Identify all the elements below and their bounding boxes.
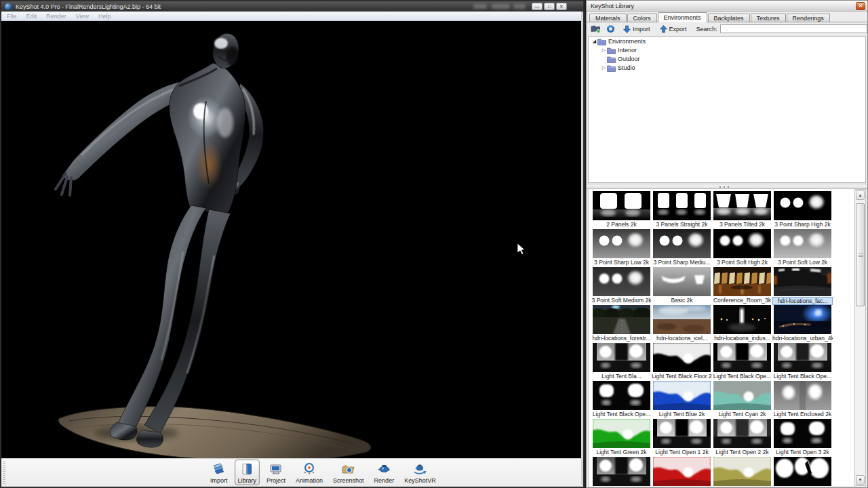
render-viewport[interactable] bbox=[1, 21, 581, 458]
environment-thumbnail[interactable]: 2 Panels 2k bbox=[591, 191, 652, 228]
export-arrow-icon[interactable] bbox=[660, 25, 667, 33]
environment-preview-image[interactable] bbox=[774, 305, 831, 334]
environment-preview-image[interactable] bbox=[713, 267, 771, 296]
tab-environments[interactable]: Environments bbox=[658, 12, 707, 22]
environment-preview-image[interactable] bbox=[774, 267, 831, 296]
import-arrow-icon[interactable] bbox=[623, 25, 631, 33]
minimize-button[interactable]: — bbox=[532, 3, 542, 10]
menu-render[interactable]: Render bbox=[46, 13, 66, 20]
dock-button-library[interactable]: Library bbox=[235, 460, 260, 485]
toolbar-grip[interactable] bbox=[3, 461, 5, 485]
environment-preview-image[interactable] bbox=[593, 419, 650, 448]
environment-thumbnail[interactable]: Light Tent Open 2 2k bbox=[712, 419, 772, 455]
environment-preview-image[interactable] bbox=[713, 381, 771, 410]
refresh-icon[interactable] bbox=[606, 24, 615, 33]
environment-thumbnail[interactable]: hdri-locations_forestr... bbox=[591, 305, 652, 342]
environment-preview-image[interactable] bbox=[593, 267, 650, 296]
dock-button-import[interactable]: Import bbox=[207, 460, 231, 485]
expander-collapsed-icon[interactable]: ▷ bbox=[601, 47, 607, 53]
tree-item-outdoor[interactable]: Outdoor bbox=[589, 55, 865, 63]
environment-thumbnail[interactable] bbox=[712, 457, 772, 486]
environment-preview-image[interactable] bbox=[593, 229, 650, 258]
environment-preview-image[interactable] bbox=[774, 343, 831, 372]
scroll-up-button[interactable]: ▲ bbox=[856, 190, 865, 200]
environment-thumbnail[interactable]: Light Tent Bla... bbox=[591, 343, 652, 380]
environment-preview-image[interactable] bbox=[653, 343, 711, 372]
tree-item-interior[interactable]: ▷Interior bbox=[589, 46, 865, 54]
environment-preview-image[interactable] bbox=[774, 229, 831, 258]
environment-preview-image[interactable] bbox=[593, 343, 650, 372]
menu-file[interactable]: File bbox=[7, 13, 17, 20]
panel-splitter[interactable] bbox=[587, 184, 867, 189]
environment-preview-image[interactable] bbox=[593, 305, 650, 334]
environment-preview-image[interactable] bbox=[593, 457, 650, 486]
environment-thumbnail[interactable]: Light Tent Open 1 2k bbox=[652, 419, 712, 455]
environment-thumbnail[interactable]: 3 Point Sharp Low 2k bbox=[591, 229, 652, 266]
library-close-button[interactable]: ✕ bbox=[856, 2, 865, 10]
environment-thumbnail[interactable]: Conference_Room_3k bbox=[712, 267, 772, 304]
environment-preview-image[interactable] bbox=[774, 457, 831, 486]
environment-thumbnail[interactable]: Light Tent Open 3 2k bbox=[772, 419, 833, 455]
dock-button-animation[interactable]: Animation bbox=[292, 460, 326, 485]
titlebar[interactable]: KeyShot 4.0 Pro - FinalRendersLightingA2… bbox=[1, 1, 583, 12]
scroll-down-button[interactable]: ▼ bbox=[856, 475, 865, 485]
environment-thumbnail[interactable]: hdri-locations_urban_4k bbox=[772, 305, 833, 342]
add-folder-icon[interactable] bbox=[591, 24, 601, 33]
environment-thumbnail[interactable]: 3 Point Sharp Mediu... bbox=[652, 229, 712, 266]
environment-thumbnail[interactable]: 3 Point Sharp High 2k bbox=[772, 191, 833, 228]
environment-preview-image[interactable] bbox=[653, 381, 711, 410]
environment-preview-image[interactable] bbox=[653, 457, 711, 486]
environment-thumbnail[interactable] bbox=[652, 457, 712, 486]
environment-thumbnail[interactable]: Light Tent Black Ope... bbox=[591, 381, 652, 418]
environment-thumbnail[interactable]: Light Tent Cyan 2k bbox=[712, 381, 772, 418]
window-resize-edge[interactable] bbox=[581, 12, 583, 485]
menu-view[interactable]: View bbox=[76, 13, 89, 20]
thumbnail-scrollbar[interactable]: ▲ ▼ bbox=[854, 189, 866, 486]
tree-item-environments[interactable]: ◢Environments bbox=[589, 37, 865, 45]
environment-thumbnail[interactable]: 3 Point Soft High 2k bbox=[712, 229, 772, 266]
environment-preview-image[interactable] bbox=[713, 457, 771, 486]
environment-preview-image[interactable] bbox=[713, 305, 771, 334]
dock-button-keyshotvr[interactable]: KeyShotVR bbox=[401, 460, 439, 485]
environment-thumbnail[interactable]: Light Tent Blue 2k bbox=[652, 381, 712, 418]
environment-thumbnail[interactable]: 3 Point Soft Low 2k bbox=[772, 229, 833, 266]
environment-preview-image[interactable] bbox=[653, 419, 711, 448]
environment-thumbnail[interactable]: hdri-locations_indus... bbox=[712, 305, 772, 342]
environment-preview-image[interactable] bbox=[713, 229, 771, 258]
environment-preview-image[interactable] bbox=[653, 191, 711, 220]
environment-preview-image[interactable] bbox=[774, 191, 831, 220]
maximize-button[interactable]: □ bbox=[544, 3, 555, 10]
menu-edit[interactable]: Edit bbox=[26, 13, 37, 20]
scrollbar-thumb[interactable] bbox=[856, 203, 865, 306]
environment-thumbnail[interactable] bbox=[591, 457, 652, 486]
expander-expanded-icon[interactable]: ◢ bbox=[591, 39, 597, 44]
environment-preview-image[interactable] bbox=[653, 305, 711, 334]
export-label[interactable]: Export bbox=[669, 26, 687, 33]
environment-preview-image[interactable] bbox=[653, 229, 711, 258]
environment-preview-image[interactable] bbox=[774, 381, 831, 410]
environment-thumbnail[interactable]: Basic 2k bbox=[652, 267, 712, 304]
environment-thumbnail[interactable]: Light Tent Black Ope... bbox=[712, 343, 772, 380]
environment-preview-image[interactable] bbox=[713, 191, 771, 220]
environment-thumbnail[interactable]: Light Tent Green 2k bbox=[591, 419, 652, 455]
environment-thumbnail[interactable]: 3 Panels Tilted 2k bbox=[712, 191, 772, 228]
environment-preview-image[interactable] bbox=[653, 267, 711, 296]
environment-thumbnail[interactable]: Light Tent Black Ope... bbox=[772, 343, 833, 380]
menu-help[interactable]: Help bbox=[98, 13, 111, 20]
environment-preview-image[interactable] bbox=[774, 419, 831, 448]
tree-item-studio[interactable]: ▷Studio bbox=[589, 64, 865, 72]
import-label[interactable]: Import bbox=[633, 26, 650, 33]
environment-preview-image[interactable] bbox=[593, 381, 650, 410]
library-titlebar[interactable]: KeyShot Library ✕ bbox=[587, 1, 867, 12]
environment-thumbnail[interactable]: 3 Point Soft Medium 2k bbox=[591, 267, 652, 304]
environment-thumbnail[interactable]: Light Tent Enclosed 2k bbox=[772, 381, 833, 418]
environment-preview-image[interactable] bbox=[713, 419, 771, 448]
dock-button-render[interactable]: Render bbox=[371, 460, 398, 485]
environment-thumbnail[interactable]: hdri-locations_icel... bbox=[652, 305, 712, 342]
environment-thumbnail[interactable]: 3 Panels Straight 2k bbox=[652, 191, 712, 228]
search-input[interactable] bbox=[720, 24, 867, 33]
environment-preview-image[interactable] bbox=[713, 343, 771, 372]
environment-thumbnail[interactable]: hdri-locations_fac... bbox=[772, 267, 833, 305]
environment-preview-image[interactable] bbox=[593, 191, 650, 220]
environment-thumbnail[interactable]: Light Tent Black Floor 2k bbox=[652, 343, 712, 380]
